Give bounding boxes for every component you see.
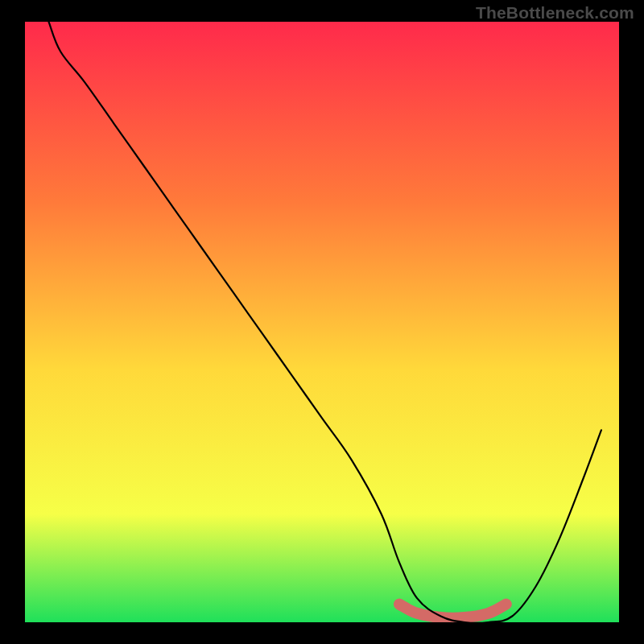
plot-background [25, 22, 619, 622]
chart-svg [0, 0, 644, 644]
chart-frame: TheBottleneck.com [0, 0, 644, 644]
watermark-text: TheBottleneck.com [476, 3, 634, 23]
